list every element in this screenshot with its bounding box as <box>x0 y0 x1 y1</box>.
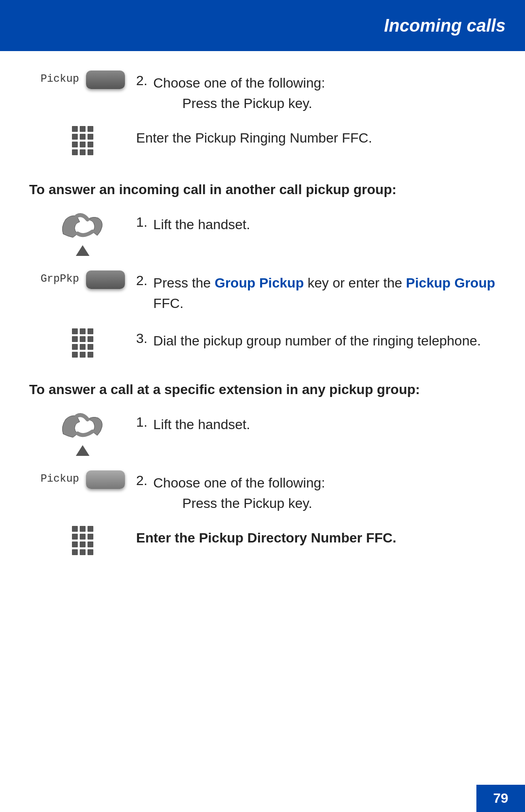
step-row-s1-s2: Pickup 2. Choose one of the following: P… <box>29 71 496 121</box>
sub-step-s3-1: Press the Pickup key. <box>182 493 496 514</box>
grppkp-label: GrpPkp <box>40 273 79 285</box>
section2-heading: To answer an incoming call in another ca… <box>29 182 496 198</box>
pickup-label-btn: Pickup <box>40 71 124 89</box>
step-content-s1-keypad: Enter the Pickup Ringing Number FFC. <box>136 126 496 155</box>
pickup2-label-btn: Pickup <box>40 470 124 489</box>
sub1-suffix: key. <box>284 96 312 111</box>
step-top-s2-2: 2. Press the Group Pickup key or enter t… <box>136 273 496 314</box>
icon-area-handset2 <box>29 412 136 456</box>
handset-icon-1 <box>58 212 107 241</box>
step-text-s1-s2: Choose one of the following: <box>153 73 325 93</box>
pickup2-button-key <box>86 470 125 489</box>
icon-area-handset1 <box>29 212 136 256</box>
s2-highlight1: Group Pickup <box>214 275 304 290</box>
step-row-s2-1: 1. Lift the handset. <box>29 212 496 256</box>
icon-area-pickup2: Pickup <box>29 470 136 489</box>
step-top-s1-s2: 2. Choose one of the following: <box>136 73 496 93</box>
sub2-suffix: FFC. <box>338 130 372 145</box>
step-top-s3-1: 1. Lift the handset. <box>136 415 496 435</box>
keypad-icon-2 <box>72 328 93 358</box>
page-footer: 79 <box>476 785 525 812</box>
step-row-s3-2: Pickup 2. Choose one of the following: P… <box>29 470 496 521</box>
main-content: Pickup 2. Choose one of the following: P… <box>29 51 496 783</box>
step-number-s2-1: 1. <box>136 215 147 230</box>
step-row-s2-2: GrpPkp 2. Press the Group Pickup key or … <box>29 271 496 314</box>
sub1-highlight: Pickup <box>244 96 284 111</box>
step-content-s1-s2: 2. Choose one of the following: Press th… <box>136 71 496 121</box>
s3-sub2-prefix: Enter the <box>136 530 199 545</box>
step-text-s3-2: Choose one of the following: <box>153 473 325 493</box>
step-top-s2-1: 1. Lift the handset. <box>136 215 496 235</box>
step-number-s2-2: 2. <box>136 273 147 289</box>
header-bar: Incoming calls <box>0 0 525 51</box>
step-text-s3-1: Lift the handset. <box>153 415 250 435</box>
sub2-highlight: Pickup Ringing Number <box>195 130 338 145</box>
step-top-s2-3: 3. Dial the pickup group number of the r… <box>136 331 496 351</box>
icon-area-keypad3 <box>29 526 136 555</box>
step-text-s2-2: Press the Group Pickup key or enter the … <box>153 273 496 314</box>
section3-heading: To answer a call at a specific extension… <box>29 382 496 397</box>
grppkp-label-btn: GrpPkp <box>40 271 124 289</box>
sub-step-s3-2: Enter the Pickup Directory Number FFC. <box>136 528 496 548</box>
step-number-s2-3: 3. <box>136 331 147 346</box>
arrow-up-1 <box>76 245 89 256</box>
step-content-s3-2: 2. Choose one of the following: Press th… <box>136 470 496 521</box>
grppkp-button-key <box>86 271 125 289</box>
step-content-s3-1: 1. Lift the handset. <box>136 412 496 435</box>
step-number-s1-s2: 2. <box>136 73 147 89</box>
step-row-s2-3: 3. Dial the pickup group number of the r… <box>29 328 496 358</box>
step-content-s2-1: 1. Lift the handset. <box>136 212 496 235</box>
step-content-s3-keypad: Enter the Pickup Directory Number FFC. <box>136 525 496 555</box>
step-row-s3-1: 1. Lift the handset. <box>29 412 496 456</box>
step-text-s2-3: Dial the pickup group number of the ring… <box>153 331 481 351</box>
sub-step-s1-2: Enter the Pickup Ringing Number FFC. <box>136 128 496 148</box>
arrow-up-2 <box>76 445 89 456</box>
keypad-icon-3 <box>72 526 93 555</box>
sub1-prefix: Press the <box>182 96 244 111</box>
step-content-s2-3: 3. Dial the pickup group number of the r… <box>136 328 496 351</box>
s3-sub1-suffix: key. <box>284 496 312 511</box>
step-number-s3-1: 1. <box>136 415 147 430</box>
s2-highlight2: Pickup Group <box>406 275 495 290</box>
icon-area-keypad2 <box>29 328 136 358</box>
keypad-icon-1 <box>72 126 93 155</box>
handset-icon-2 <box>58 412 107 441</box>
s3-sub2-suffix: FFC. <box>362 530 396 545</box>
header-title: Incoming calls <box>384 16 506 36</box>
sub-steps-s3: Press the Pickup key. <box>182 493 496 514</box>
s2-middle: key or enter the <box>304 275 406 290</box>
sub-step-s1-1: Press the Pickup key. <box>182 93 496 114</box>
s3-sub1-highlight: Pickup <box>244 496 284 511</box>
step-row-s3-keypad: Enter the Pickup Directory Number FFC. <box>29 525 496 555</box>
s2-suffix: FFC. <box>153 296 183 311</box>
icon-area-keypad1 <box>29 126 136 155</box>
step-row-s1-keypad: Enter the Pickup Ringing Number FFC. <box>29 126 496 155</box>
s3-sub1-prefix: Press the <box>182 496 244 511</box>
sub-steps-s1: Press the Pickup key. <box>182 93 496 114</box>
step-top-s3-2: 2. Choose one of the following: <box>136 473 496 493</box>
step-content-s2-2: 2. Press the Group Pickup key or enter t… <box>136 271 496 314</box>
page-number: 79 <box>493 791 508 806</box>
step-text-s2-1: Lift the handset. <box>153 215 250 235</box>
pickup-button-key <box>86 71 125 89</box>
sub2-prefix: Enter the <box>136 130 195 145</box>
icon-area-grppkp: GrpPkp <box>29 271 136 289</box>
s3-sub2-highlight: Pickup Directory Number <box>199 530 362 545</box>
pickup2-label: Pickup <box>40 473 79 485</box>
icon-area-pickup-btn: Pickup <box>29 71 136 89</box>
pickup-label: Pickup <box>40 73 79 85</box>
step-number-s3-2: 2. <box>136 473 147 488</box>
